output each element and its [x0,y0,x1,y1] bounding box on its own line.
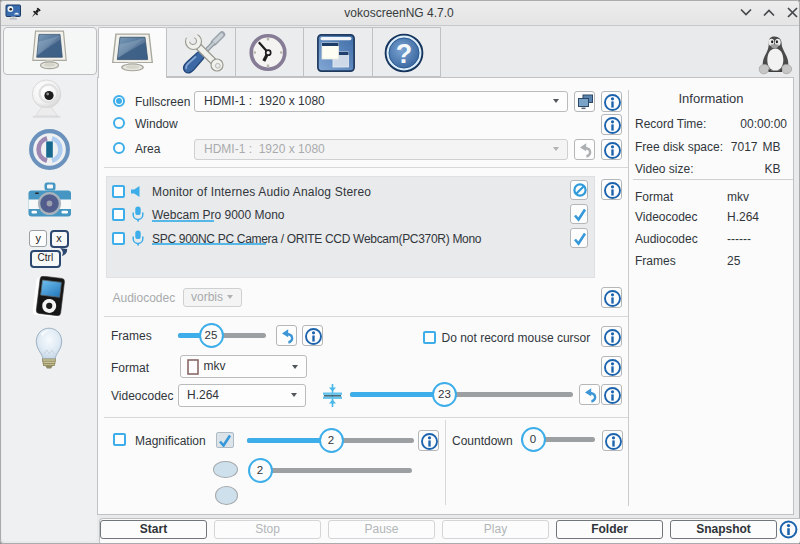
svg-text:?: ? [396,39,413,69]
